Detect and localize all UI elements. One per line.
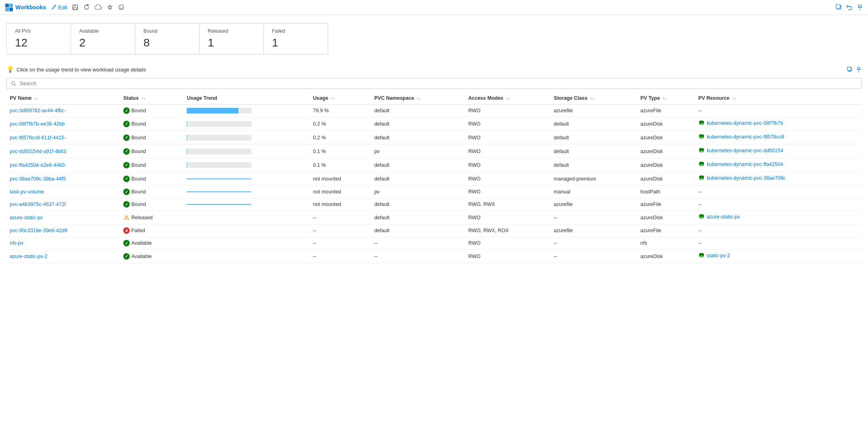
pv-resource-link[interactable]: kubernetes-dynamic-pvc-dd50154: [707, 148, 783, 153]
status-label: Bound: [131, 202, 146, 207]
svg-rect-0: [5, 4, 9, 7]
usage-trend-cell[interactable]: [183, 105, 310, 117]
status-icon: ✓: [123, 240, 130, 246]
pv-resource-link[interactable]: kubernetes-dynamic-pvc-38ae709c: [707, 175, 786, 181]
usage-trend-cell[interactable]: [183, 186, 310, 198]
copy-dashboard-button[interactable]: [836, 4, 842, 10]
info-pin-icon: [856, 67, 862, 72]
storage-class-cell: --: [550, 237, 637, 250]
pv-resource-cell: --: [695, 225, 862, 237]
table-row: azure-static-pv⚠Released--defaultRWO--az…: [6, 211, 862, 225]
resource-link[interactable]: kubernetes-dynamic-pvc-38ae709c: [698, 175, 786, 181]
usage-bar[interactable]: [187, 108, 251, 113]
search-bar[interactable]: [6, 78, 862, 89]
table-row: pvc-90c3319e-39e6-42d9✕Failed--defaultRW…: [6, 225, 862, 237]
usage-trend-cell[interactable]: [183, 225, 310, 237]
disk-icon: [698, 252, 705, 259]
pin-button[interactable]: [107, 4, 113, 10]
usage-bar-empty: [187, 204, 251, 205]
table-row: pvc-08f7fb7b-ee38-42bb✓Bound0.2 %default…: [6, 117, 862, 131]
emoji-button[interactable]: [118, 4, 124, 10]
status-icon: ✓: [123, 134, 130, 141]
pv-name-link[interactable]: nfs-pv: [10, 240, 23, 246]
col-status[interactable]: Status ↑↓: [120, 92, 184, 105]
pvc-namespace-cell: default: [371, 117, 465, 131]
svg-rect-3: [9, 8, 13, 11]
pvc-namespace-cell: --: [371, 250, 465, 263]
usage-bar[interactable]: [187, 149, 251, 154]
table-row: pvc-f8578cc8-611f-4415-✓Bound0.2 %defaul…: [6, 131, 862, 145]
pv-name-link[interactable]: pvc-dd50154d-a91f-4b83: [10, 149, 66, 154]
brand: Workbooks: [5, 3, 46, 11]
pv-type-cell: azureDisk: [637, 250, 695, 263]
col-access-modes[interactable]: Access Modes ↑↓: [465, 92, 551, 105]
info-copy-button[interactable]: [847, 67, 853, 72]
edit-button[interactable]: Edit: [51, 4, 67, 10]
undo-button[interactable]: [846, 4, 853, 10]
info-bar-message: 💡 Click on the usage trend to view workl…: [6, 66, 146, 73]
pv-name-link[interactable]: pvc-3d95f782-ac44-4f6c-: [10, 108, 66, 113]
emoji-icon: [118, 4, 124, 10]
pv-name-link[interactable]: pvc-a4b3975c-4637-472f: [10, 202, 66, 207]
pv-resource-cell: kubernetes-dynamic-pvc-f8578cc8: [695, 131, 862, 145]
status-icon: ✓: [123, 162, 130, 168]
pv-resource-link[interactable]: azure-static-pv: [707, 214, 740, 220]
pv-name-link[interactable]: azure-static-pv-2: [10, 254, 47, 259]
pv-name-link[interactable]: pvc-08f7fb7b-ee38-42bb: [10, 121, 65, 127]
status-cell: ✓Bound: [120, 145, 184, 158]
search-icon: [11, 81, 17, 86]
pv-resource-link[interactable]: kubernetes-dynamic-pvc-f8578cc8: [707, 134, 784, 140]
pv-name-link[interactable]: pvc-38ae709c-38ba-44f5: [10, 176, 66, 182]
pin-to-dashboard-button[interactable]: [857, 4, 863, 10]
pv-name-link[interactable]: task-pv-volume: [10, 189, 44, 195]
status-label: Available: [131, 240, 152, 246]
info-pin-button[interactable]: [856, 67, 862, 72]
resource-link[interactable]: kubernetes-dynamic-pvc-ffa42504: [698, 161, 783, 168]
copy-icon: [836, 4, 842, 10]
pv-resource-link[interactable]: static-pv-2: [707, 253, 730, 258]
col-storage-class[interactable]: Storage Class ↑↓: [550, 92, 637, 105]
save-button[interactable]: [72, 4, 78, 10]
usage-trend-cell[interactable]: [183, 131, 310, 145]
search-input[interactable]: [20, 80, 857, 86]
refresh-button[interactable]: [83, 4, 90, 10]
usage-trend-cell[interactable]: [183, 211, 310, 225]
resource-link[interactable]: kubernetes-dynamic-pvc-f8578cc8: [698, 134, 784, 140]
usage-trend-cell[interactable]: [183, 158, 310, 172]
resource-link[interactable]: kubernetes-dynamic-pvc-08f7fb7b: [698, 120, 783, 126]
col-pvc-namespace[interactable]: PVC Namespace ↑↓: [371, 92, 465, 105]
usage-cell: 0.2 %: [310, 131, 371, 145]
usage-bar[interactable]: [187, 135, 251, 141]
resource-link[interactable]: static-pv-2: [698, 252, 730, 259]
usage-trend-cell[interactable]: [183, 250, 310, 263]
status-label: Bound: [131, 176, 146, 182]
pv-name-link[interactable]: azure-static-pv: [10, 215, 43, 220]
usage-cell: not mounted: [310, 172, 371, 186]
col-usage-trend[interactable]: Usage Trend: [183, 92, 310, 105]
usage-trend-cell[interactable]: [183, 172, 310, 186]
usage-bar[interactable]: [187, 162, 251, 168]
pvc-namespace-cell: default: [371, 131, 465, 145]
pv-resource-link[interactable]: kubernetes-dynamic-pvc-08f7fb7b: [707, 120, 783, 126]
pv-resource-link[interactable]: kubernetes-dynamic-pvc-ffa42504: [707, 162, 783, 167]
cloud-button[interactable]: [95, 4, 102, 10]
usage-bar[interactable]: [187, 121, 251, 127]
access-modes-cell: RWO: [465, 105, 551, 117]
svg-rect-11: [836, 4, 840, 8]
pv-type-cell: azureDisk: [637, 117, 695, 131]
col-pv-name[interactable]: PV Name ↑↓: [6, 92, 120, 105]
status-icon: ✓: [123, 121, 130, 127]
pv-name-link[interactable]: pvc-90c3319e-39e6-42d9: [10, 228, 67, 233]
usage-trend-cell[interactable]: [183, 237, 310, 250]
col-pv-type[interactable]: PV Type ↑↓: [637, 92, 695, 105]
pv-type-cell: hostPath: [637, 186, 695, 198]
col-pv-resource[interactable]: PV Resource ↑↓: [695, 92, 862, 105]
resource-link[interactable]: azure-static-pv: [698, 214, 740, 220]
usage-trend-cell[interactable]: [183, 198, 310, 211]
pv-name-link[interactable]: pvc-f8578cc8-611f-4415-: [10, 135, 66, 141]
usage-trend-cell[interactable]: [183, 117, 310, 131]
col-usage[interactable]: Usage ↑↓: [310, 92, 371, 105]
usage-trend-cell[interactable]: [183, 145, 310, 158]
resource-link[interactable]: kubernetes-dynamic-pvc-dd50154: [698, 147, 783, 154]
pv-name-link[interactable]: pvc-ffa42504-e2e8-4460-: [10, 162, 66, 168]
